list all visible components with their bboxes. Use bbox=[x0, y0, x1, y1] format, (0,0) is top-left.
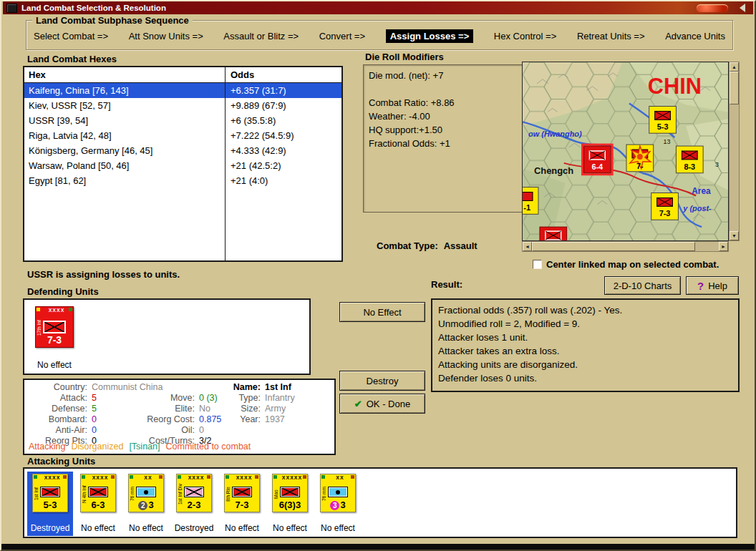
scrollbar-thumb[interactable] bbox=[532, 242, 695, 251]
map-unit[interactable]: 5-3 bbox=[649, 107, 677, 134]
speaker-icon bbox=[735, 4, 745, 12]
counter: XXXXXMao6(3)3 bbox=[272, 474, 308, 512]
detail-label: Move: bbox=[130, 393, 195, 403]
unit-size-label: XXXX bbox=[40, 308, 73, 313]
svg-text:7-3: 7-3 bbox=[659, 209, 671, 218]
sequence-step[interactable]: Hex Control => bbox=[494, 31, 556, 42]
counter: XXXXN 4th Inf6-3 bbox=[80, 474, 116, 512]
group-title: Land Combat Subphase Sequence bbox=[32, 15, 193, 26]
combat-type-label: Combat Type: bbox=[377, 240, 438, 251]
subphase-sequence-group: Land Combat Subphase Sequence Select Com… bbox=[26, 20, 733, 50]
sequence-step[interactable]: Assign Losses => bbox=[386, 29, 474, 43]
combat-value: 5-3 bbox=[33, 499, 67, 510]
no-effect-button[interactable]: No Effect bbox=[339, 302, 425, 322]
table-row[interactable]: Kaifeng, China [76, 143]+6.357 (31:7) bbox=[24, 83, 341, 98]
map-horizontal-scrollbar[interactable]: ◄ ► bbox=[522, 241, 729, 252]
help-button[interactable]: ? Help bbox=[686, 276, 739, 295]
map-vertical-scrollbar[interactable]: ▲ ▼ bbox=[729, 62, 740, 241]
sequence-step[interactable]: Convert => bbox=[319, 31, 365, 42]
scroll-left-icon[interactable]: ◄ bbox=[523, 242, 532, 251]
ok-done-button[interactable]: ✔ OK - Done bbox=[339, 394, 425, 414]
scroll-down-icon[interactable]: ▼ bbox=[730, 231, 739, 240]
table-row[interactable]: USSR [39, 54]+6 (35.5:8) bbox=[24, 113, 341, 128]
sequence-step[interactable]: Assault or Blitz => bbox=[223, 31, 299, 42]
combat-value: 23 bbox=[129, 499, 163, 510]
table-row[interactable]: Königsberg, Germany [46, 45]+4.333 (42:9… bbox=[24, 143, 341, 158]
scrollbar-thumb[interactable] bbox=[730, 72, 739, 104]
detail-label: Type: bbox=[218, 393, 261, 403]
table-row[interactable]: Riga, Latvia [42, 48]+7.222 (54.5:9) bbox=[24, 128, 341, 143]
destroy-button[interactable]: Destroy bbox=[339, 371, 425, 391]
check-icon: ✔ bbox=[354, 399, 362, 409]
detail-value: Infantry bbox=[265, 393, 295, 403]
map-unit-selected[interactable]: 6-4 bbox=[582, 145, 612, 175]
column-header-hex: Hex bbox=[24, 67, 225, 82]
unit-counter[interactable]: XXXX17th Inf7-3No effect bbox=[29, 304, 80, 373]
detail-value: 1st Inf bbox=[265, 382, 291, 392]
map-unit-partial[interactable] bbox=[540, 227, 567, 241]
infantry-symbol-icon bbox=[232, 487, 252, 497]
unit-counter[interactable]: XX76 mm33No effect bbox=[315, 472, 361, 536]
text-line: Attacking units are disorganized. bbox=[438, 358, 732, 371]
text-line: Attacker loses 1 unit. bbox=[438, 331, 732, 344]
table-row[interactable]: Egypt [81, 62]+21 (4:0) bbox=[24, 173, 341, 188]
hex-cell: Kaifeng, China [76, 143] bbox=[24, 83, 225, 98]
map-area-label: Area bbox=[692, 186, 711, 196]
column-header-odds: Odds bbox=[225, 67, 254, 82]
detail-label: Anti-Air: bbox=[24, 425, 87, 435]
infantry-symbol-icon bbox=[88, 487, 108, 497]
detail-value: 0 bbox=[92, 425, 97, 435]
unit-status: No effect bbox=[75, 523, 121, 533]
sequence-step[interactable]: Att Snow Units => bbox=[129, 31, 203, 42]
unit-counter[interactable]: XXXXXMao6(3)3No effect bbox=[267, 472, 313, 536]
detail-row: Defense:5Elite:NoSize:Army bbox=[24, 404, 334, 414]
unit-status: No effect bbox=[219, 523, 265, 533]
unit-size-label: XXXX bbox=[229, 475, 259, 480]
odds-cell: +9.889 (67:9) bbox=[225, 98, 286, 113]
unit-counter[interactable]: XXXX1st Inf5-3Destroyed bbox=[27, 472, 73, 536]
map-river-label: ow (Hwangho) bbox=[528, 130, 582, 138]
scroll-right-icon[interactable]: ► bbox=[719, 242, 728, 251]
unit-counter[interactable]: XXXXN 4th Inf6-3No effect bbox=[75, 472, 121, 536]
status-segment: Disorganized bbox=[71, 442, 123, 452]
map-unit[interactable]: 7-3 bbox=[651, 193, 679, 220]
unit-counter[interactable]: XXXX8th Rte7-3No effect bbox=[219, 472, 265, 536]
map-widget: CHIN ow (Hwangho) Chengch Area y (post- … bbox=[522, 62, 740, 252]
combat-hexes-title: Land Combat Hexes bbox=[27, 54, 117, 64]
unit-status: No effect bbox=[29, 360, 80, 370]
titlebar-button[interactable] bbox=[697, 4, 728, 12]
table-header: Hex Odds bbox=[24, 67, 341, 83]
combat-type-value: Assault bbox=[444, 240, 478, 251]
unit-status: No effect bbox=[315, 523, 361, 533]
map-unit-partial[interactable]: -1 bbox=[522, 187, 538, 215]
unit-counter[interactable]: XX76 mm23No effect bbox=[123, 472, 169, 536]
svg-text:8-3: 8-3 bbox=[684, 162, 695, 171]
hex-map[interactable]: CHIN ow (Hwangho) Chengch Area y (post- … bbox=[522, 62, 729, 241]
scroll-up-icon[interactable]: ▲ bbox=[730, 62, 739, 72]
unit-size-label: XXXX bbox=[37, 475, 67, 480]
map-unit-exploding[interactable]: 7- bbox=[626, 145, 654, 172]
detail-label: Oil: bbox=[130, 425, 195, 435]
map-region-label: CHIN bbox=[648, 74, 702, 99]
detail-row: Anti-Air:0Oil:0 bbox=[24, 425, 334, 436]
unit-detail-box: Country:Communist ChinaName:1st InfAttac… bbox=[23, 379, 336, 455]
hex-cell: Riga, Latvia [42, 48] bbox=[24, 128, 225, 143]
detail-label: Year: bbox=[218, 414, 261, 424]
die-roll-modifiers-title: Die Roll Modifiers bbox=[365, 52, 444, 62]
help-button-label: Help bbox=[708, 281, 727, 291]
unit-counter[interactable]: XXXX1st Inf Div2-3Destroyed bbox=[171, 472, 217, 536]
counter: XXXX8th Rte7-3 bbox=[224, 474, 260, 512]
hex-cell: Egypt [81, 62] bbox=[24, 173, 225, 188]
sequence-step[interactable]: Select Combat => bbox=[34, 31, 108, 42]
sequence-step[interactable]: Advance Units bbox=[665, 31, 725, 42]
titlebar[interactable]: Land Combat Selection & Resolution bbox=[3, 1, 753, 14]
window-title: Land Combat Selection & Resolution bbox=[21, 4, 166, 12]
map-unit[interactable]: 8-3 bbox=[676, 146, 703, 173]
table-row[interactable]: Kiev, USSR [52, 57]+9.889 (67:9) bbox=[24, 98, 341, 113]
center-map-checkbox[interactable] bbox=[533, 260, 542, 269]
charts-button[interactable]: 2-D-10 Charts bbox=[604, 276, 681, 295]
counter: XX76 mm33 bbox=[320, 474, 356, 512]
table-row[interactable]: Warsaw, Poland [50, 46]+21 (42.5:2) bbox=[24, 158, 341, 173]
detail-label: Reorg Cost: bbox=[130, 414, 195, 424]
sequence-step[interactable]: Retreat Units => bbox=[577, 31, 645, 42]
